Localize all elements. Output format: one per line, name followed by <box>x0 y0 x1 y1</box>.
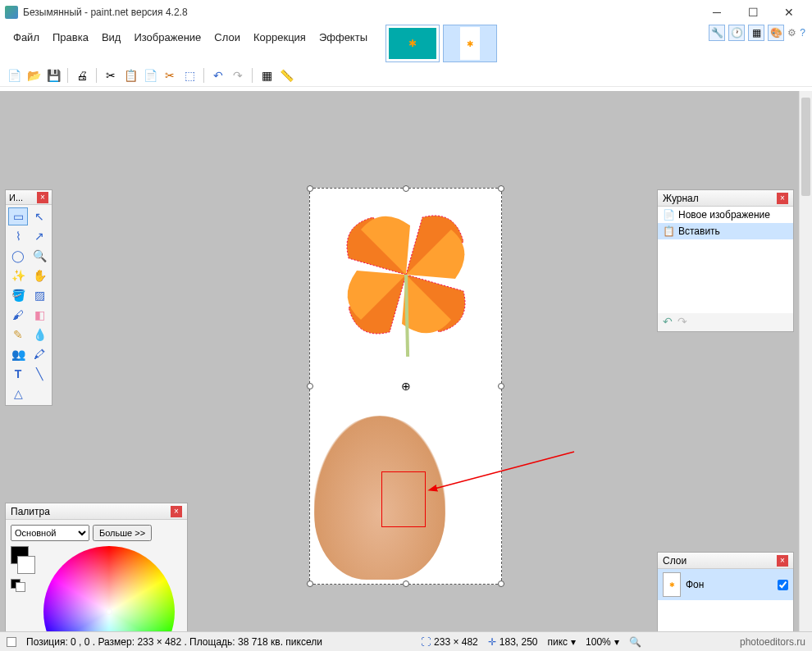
main-toolbar: 📄 📂 💾 🖨 ✂ 📋 📄 ✂ ⬚ ↶ ↷ ▦ 📏 <box>0 64 812 87</box>
history-panel: Журнал× 📄Новое изображение 📋Вставить ↶ ↷ <box>657 189 794 332</box>
workspace: ⊕ И...× ▭ ↖ ⌇ ↗ ◯ 🔍 ✨ ✋ 🪣 ▨ 🖌 ◧ ✎ <box>0 91 812 631</box>
tool-eraser[interactable]: ◧ <box>30 306 49 324</box>
tool-empty <box>30 385 49 403</box>
tool-pencil[interactable]: ✎ <box>8 326 28 344</box>
status-cursor: 183, 250 <box>500 636 538 648</box>
menu-edit[interactable]: Правка <box>46 28 95 47</box>
status-geom-icon <box>7 637 16 647</box>
zoom-in-icon[interactable]: 🔍 <box>629 636 641 648</box>
history-item-label: Новое изображение <box>678 209 770 221</box>
annotation-arrow <box>427 444 591 501</box>
doc-thumb-2[interactable]: ✱ <box>443 25 497 62</box>
annotation-box <box>381 471 426 527</box>
file-icon: 📄 <box>663 209 675 221</box>
layer-name: Фон <box>686 579 704 590</box>
tools-window-icon[interactable]: 🔧 <box>709 25 725 41</box>
copy-icon[interactable]: 📋 <box>123 68 138 83</box>
handle-tc[interactable] <box>403 185 409 192</box>
toolbox-close-icon[interactable]: × <box>37 192 48 203</box>
open-icon[interactable]: 📂 <box>26 68 41 83</box>
tool-zoom[interactable]: 🔍 <box>30 247 49 265</box>
deselect-icon[interactable]: ⬚ <box>182 68 197 83</box>
tool-rect-select[interactable]: ▭ <box>8 207 28 225</box>
menu-file[interactable]: Файл <box>7 28 46 47</box>
tool-brush[interactable]: 🖌 <box>8 306 28 324</box>
menu-view[interactable]: Вид <box>95 28 128 47</box>
history-window-icon[interactable]: 🕐 <box>728 25 745 41</box>
save-icon[interactable]: 💾 <box>46 68 61 83</box>
handle-ml[interactable] <box>307 383 313 389</box>
handle-mr[interactable] <box>498 383 504 389</box>
maximize-button[interactable]: ☐ <box>735 1 771 24</box>
history-item-label: Вставить <box>678 225 720 237</box>
cursor-icon: ✛ <box>488 636 496 648</box>
layer-item[interactable]: ✱ Фон <box>658 569 793 600</box>
tool-shapes[interactable]: △ <box>8 385 28 403</box>
paste-icon: 📋 <box>663 225 675 237</box>
watermark: photoeditors.ru <box>740 636 805 648</box>
app-logo <box>5 6 18 19</box>
status-dims: 233 × 482 <box>434 636 478 648</box>
history-title: Журнал <box>663 193 699 204</box>
tool-gradient[interactable]: ▨ <box>30 286 49 304</box>
grid-icon[interactable]: ▦ <box>259 68 274 83</box>
palette-panel: Палитра× Основной Больше >> <box>5 503 188 651</box>
redo-icon[interactable]: ↷ <box>677 315 687 330</box>
history-close-icon[interactable]: × <box>777 193 788 204</box>
close-button[interactable]: ✕ <box>771 1 807 24</box>
hand-image <box>314 416 445 580</box>
redo-icon[interactable]: ↷ <box>230 68 245 83</box>
print-icon[interactable]: 🖨 <box>75 68 89 83</box>
ruler-icon[interactable]: 📏 <box>279 68 294 83</box>
vertical-scrollbar[interactable] <box>799 91 812 631</box>
new-icon[interactable]: 📄 <box>7 68 21 83</box>
layer-thumb: ✱ <box>663 572 681 597</box>
minimize-button[interactable]: ─ <box>699 1 735 24</box>
doc-thumb-1[interactable]: ✱ <box>385 25 440 62</box>
crop-icon[interactable]: ✂ <box>162 68 177 83</box>
menu-layers[interactable]: Слои <box>208 28 247 47</box>
color-mode-select[interactable]: Основной <box>11 525 89 541</box>
handle-tr[interactable] <box>498 185 504 192</box>
resize-icon: ⛶ <box>421 636 431 648</box>
undo-icon[interactable]: ↶ <box>211 68 226 83</box>
tool-move[interactable]: ↖ <box>30 207 49 225</box>
palette-close-icon[interactable]: × <box>171 506 182 517</box>
more-button[interactable]: Больше >> <box>93 525 152 541</box>
tool-fill[interactable]: 🪣 <box>8 286 28 304</box>
paste-icon[interactable]: 📄 <box>143 68 157 83</box>
menu-effects[interactable]: Эффекты <box>312 28 374 47</box>
history-item[interactable]: 📋Вставить <box>658 223 793 239</box>
tool-pan[interactable]: ✋ <box>30 266 49 285</box>
tool-magic-wand[interactable]: ✨ <box>8 266 28 285</box>
tool-line[interactable]: ╲ <box>30 365 49 383</box>
handle-br[interactable] <box>498 580 504 587</box>
titlebar: Безымянный - paint.net версия 4.2.8 ─ ☐ … <box>0 0 812 25</box>
settings-icon[interactable]: ⚙ <box>787 27 796 39</box>
handle-bl[interactable] <box>307 580 313 587</box>
tool-move-selection[interactable]: ↗ <box>30 227 49 245</box>
tool-recolor[interactable]: 🖍 <box>30 345 49 363</box>
zoom-value[interactable]: 100% <box>586 636 611 648</box>
tool-ellipse-select[interactable]: ◯ <box>8 247 28 265</box>
document-thumbs: ✱ ✱ <box>385 25 497 62</box>
colors-window-icon[interactable]: 🎨 <box>768 25 784 41</box>
window-title: Безымянный - paint.net версия 4.2.8 <box>23 7 699 18</box>
cut-icon[interactable]: ✂ <box>103 68 118 83</box>
layers-window-icon[interactable]: ▦ <box>748 25 764 41</box>
menu-image[interactable]: Изображение <box>127 28 208 47</box>
handle-bc[interactable] <box>403 580 409 587</box>
undo-icon[interactable]: ↶ <box>663 315 673 330</box>
units-select[interactable]: пикс <box>548 636 568 648</box>
help-icon[interactable]: ? <box>800 27 805 39</box>
handle-tl[interactable] <box>307 185 313 192</box>
history-item[interactable]: 📄Новое изображение <box>658 207 793 223</box>
menu-adjust[interactable]: Коррекция <box>247 28 312 47</box>
layer-visible-checkbox[interactable] <box>778 580 788 590</box>
tool-clone[interactable]: 👥 <box>8 345 28 363</box>
layers-close-icon[interactable]: × <box>777 555 788 567</box>
tool-lasso[interactable]: ⌇ <box>8 227 28 245</box>
move-center-icon[interactable]: ⊕ <box>401 380 411 393</box>
tool-text[interactable]: T <box>8 365 28 383</box>
tool-eyedropper[interactable]: 💧 <box>30 326 49 344</box>
